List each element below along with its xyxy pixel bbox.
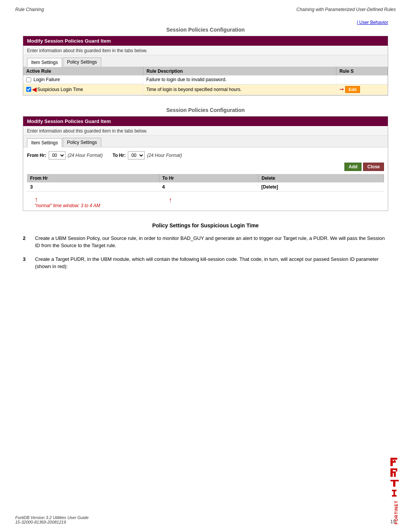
arrow-right-icon: ➞ [339,86,344,92]
panel-2-subtitle: Enter information about this guarded ite… [23,126,388,136]
from-hr-label: From Hr: [27,153,46,158]
panel-2: Modify Session Policies Guard Item Enter… [23,116,388,211]
svg-rect-8 [396,468,397,471]
col-delete: Delete [258,174,384,182]
panel-1-tabs: Item Settings Policy Settings [23,55,388,67]
col-from-hr: From Hr [27,174,159,182]
svg-rect-10 [393,480,395,487]
arrow-icon: ◀ [32,86,37,93]
col-active-rule: Active Rule [23,67,143,75]
panel-1-title: Modify Session Policies Guard Item [23,36,388,46]
svg-rect-7 [394,471,396,477]
footer-doc-title: FortiDB Version 3.2 Utilities User Guide [15,515,89,520]
hours-table: From Hr To Hr Delete 3 4 [Delete] [27,174,384,192]
policy-form: From Hr: 00 (24 Hour Format) To Hr: 00 (… [23,147,388,195]
panel-2-title: Modify Session Policies Guard Item [23,117,388,126]
from-hr-select[interactable]: 00 [49,151,65,160]
delete-cell: [Delete] [258,182,384,192]
panel-2-tabs: Item Settings Policy Settings [23,136,388,147]
row1-checkbox[interactable] [26,77,31,82]
svg-rect-14 [390,462,391,463]
footer-doc-id: 15-32000-81369-20081219 [15,520,89,524]
header-right: Chaining with Parameterized User-Defined… [296,7,396,12]
list-number: 2 [23,235,29,249]
rules-table: Active Rule Rule Description Rule S Logi… [23,67,388,95]
row2-desc: Time of login is beyond specified normal… [143,84,336,95]
section2-title: Session Policies Configuration [23,107,388,113]
from-hr-format: (24 Hour Format) [68,153,103,158]
row2-name: Suspicious Login Time [37,87,83,92]
svg-rect-5 [390,468,396,470]
col-rule-desc: Rule Description [143,67,336,75]
panel-1-subtitle: Enter information about this guarded ite… [23,46,388,55]
row1-action [336,75,387,84]
to-hr-label: To Hr: [113,153,126,158]
policy-settings-heading: Policy Settings for Suspicious Login Tim… [23,222,388,228]
list-item: 2 Create a UBM Session Policy, our Sourc… [23,235,388,249]
edit-button[interactable]: Edit [345,86,360,93]
page-content: | User Behavior Session Policies Configu… [0,16,411,292]
row1-desc: Failure to login due to invalid password… [143,75,336,84]
numbered-list: 2 Create a UBM Session Policy, our Sourc… [23,235,388,270]
from-hr-value: 3 [27,182,159,192]
red-arrow-up-left: ↑ [35,196,38,203]
table-row: ◀ Suspicious Login Time Time of login is… [23,84,388,95]
svg-rect-3 [394,460,395,462]
fortinet-logo-svg [389,455,403,500]
footer-left: FortiDB Version 3.2 Utilities User Guide… [15,515,89,524]
tab-policy-settings-2[interactable]: Policy Settings [63,138,101,147]
page-header: Rule Chaining Chaining with Parameterize… [0,0,411,16]
red-arrow-up-right: ↑ [169,196,172,208]
to-hr-value: 4 [159,182,258,192]
list-text: Create a Target PUDR, in the UBM module,… [35,256,388,270]
svg-rect-1 [390,458,397,460]
col-to-hr: To Hr [159,174,258,182]
col-rule-s: Rule S [336,67,387,75]
annotation-text: "normal" time window: 3 to 4 AM [35,203,100,208]
tab-policy-settings-1[interactable]: Policy Settings [63,58,101,67]
to-hr-format: (24 Hour Format) [147,153,182,158]
row2-checkbox-cell: ◀ Suspicious Login Time [23,84,143,95]
form-row-hours: From Hr: 00 (24 Hour Format) To Hr: 00 (… [27,151,384,160]
table-row: Login Failure Failure to login due to in… [23,75,388,84]
row2-checkbox[interactable] [26,87,31,92]
fortinet-logo: FORTINET [389,455,403,524]
row2-edit-cell: ➞ Edit [336,84,387,95]
to-hr-select[interactable]: 00 [128,151,145,160]
close-button[interactable]: Close [363,163,384,171]
tab-item-settings-2[interactable]: Item Settings [27,138,62,147]
svg-rect-13 [392,495,397,497]
user-behavior-link[interactable]: | User Behavior [23,20,388,25]
hours-row: 3 4 [Delete] [27,182,384,192]
header-left: Rule Chaining [15,7,44,12]
tab-item-settings-1[interactable]: Item Settings [27,58,62,67]
list-text: Create a UBM Session Policy, our Source … [35,235,388,249]
add-button[interactable]: Add [344,163,362,171]
delete-link[interactable]: [Delete] [261,184,278,190]
annotation-row: ↑ "normal" time window: 3 to 4 AM ↑ [23,195,388,211]
page-footer: FortiDB Version 3.2 Utilities User Guide… [15,515,396,524]
row1-name: Login Failure [33,77,60,82]
row1-checkbox-cell: Login Failure [23,75,143,84]
list-item: 3 Create a Target PUDR, in the UBM modul… [23,256,388,270]
section1-title: Session Policies Configuration [23,27,388,33]
fortinet-text: FORTINET [394,500,398,524]
list-number: 3 [23,256,29,270]
panel-1: Modify Session Policies Guard Item Enter… [23,36,388,96]
